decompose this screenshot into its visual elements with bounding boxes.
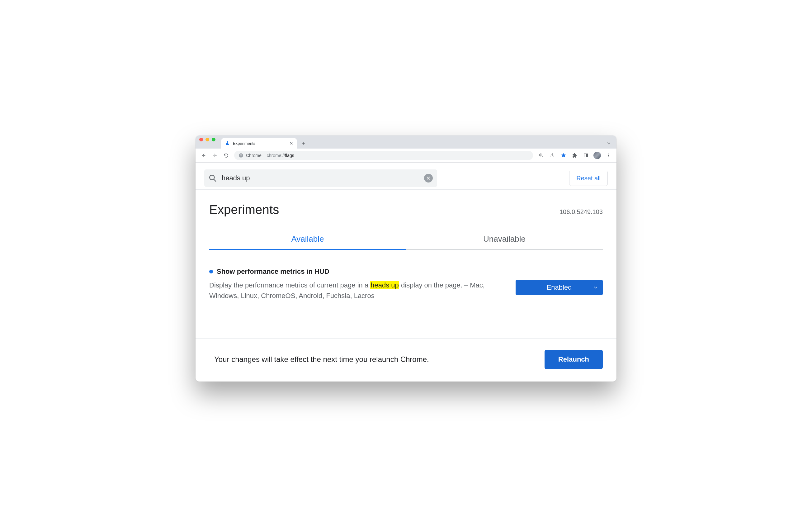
- svg-point-2: [240, 155, 241, 156]
- flag-description: Display the performance metrics of curre…: [209, 280, 503, 301]
- reload-button[interactable]: [221, 150, 231, 161]
- kebab-menu-icon[interactable]: [603, 150, 613, 161]
- chevron-down-icon: [593, 285, 599, 290]
- flag-state-value: Enabled: [547, 283, 572, 291]
- address-bar[interactable]: Chrome chrome://flags: [234, 151, 533, 160]
- browser-tab[interactable]: Experiments ✕: [221, 138, 297, 149]
- tab-unavailable[interactable]: Unavailable: [406, 230, 603, 250]
- tab-title: Experiments: [233, 141, 286, 146]
- zoom-window-button[interactable]: [212, 138, 215, 141]
- page-header: Experiments 106.0.5249.103: [196, 190, 616, 219]
- url-text: chrome://flags: [267, 153, 294, 158]
- relaunch-button[interactable]: Relaunch: [545, 350, 603, 369]
- page-content: Reset all Experiments 106.0.5249.103 Ava…: [196, 163, 616, 381]
- relaunch-message: Your changes will take effect the next t…: [214, 355, 429, 364]
- zoom-icon[interactable]: [536, 150, 546, 161]
- flag-title-row: Show performance metrics in HUD: [209, 267, 503, 276]
- profile-avatar[interactable]: [592, 150, 602, 161]
- forward-button[interactable]: [210, 150, 220, 161]
- relaunch-footer: Your changes will take effect the next t…: [196, 338, 616, 381]
- tabs-dropdown-button[interactable]: [605, 139, 613, 147]
- flask-icon: [225, 141, 230, 146]
- search-icon: [209, 174, 217, 182]
- back-button[interactable]: [199, 150, 209, 161]
- bookmark-star-icon[interactable]: [558, 150, 569, 161]
- extensions-icon[interactable]: [570, 150, 580, 161]
- share-icon[interactable]: [547, 150, 557, 161]
- flag-state-dropdown[interactable]: Enabled: [516, 280, 603, 295]
- svg-point-9: [209, 175, 214, 180]
- flags-search-input[interactable]: [221, 174, 420, 182]
- chrome-icon: [238, 153, 243, 158]
- modified-indicator-icon: [209, 270, 213, 274]
- svg-rect-5: [586, 154, 588, 157]
- flags-search-box[interactable]: [204, 169, 437, 187]
- window-titlebar: Experiments ✕: [196, 136, 616, 149]
- svg-point-6: [608, 153, 609, 154]
- clear-search-button[interactable]: [424, 174, 433, 182]
- browser-toolbar: Chrome chrome://flags: [196, 149, 616, 163]
- reset-all-button[interactable]: Reset all: [569, 171, 608, 186]
- browser-window: Experiments ✕ Chrome chrome://flags: [196, 136, 616, 381]
- tab-available[interactable]: Available: [209, 230, 406, 250]
- search-highlight: heads up: [370, 281, 399, 289]
- new-tab-button[interactable]: [299, 139, 308, 148]
- flags-tabs: Available Unavailable: [209, 230, 603, 250]
- minimize-window-button[interactable]: [205, 138, 209, 141]
- url-separator: [264, 153, 264, 158]
- flag-title: Show performance metrics in HUD: [217, 267, 329, 276]
- search-row: Reset all: [196, 163, 616, 190]
- chrome-version: 106.0.5249.103: [559, 208, 603, 216]
- close-tab-icon[interactable]: ✕: [290, 141, 293, 145]
- flag-item: Show performance metrics in HUD Display …: [196, 250, 616, 301]
- window-controls: [199, 136, 215, 146]
- svg-point-8: [608, 156, 609, 157]
- flag-text: Show performance metrics in HUD Display …: [209, 267, 503, 301]
- close-window-button[interactable]: [199, 138, 203, 141]
- svg-point-7: [608, 155, 609, 156]
- page-title: Experiments: [209, 203, 279, 217]
- url-chip: Chrome: [246, 153, 262, 158]
- sidepanel-icon[interactable]: [581, 150, 591, 161]
